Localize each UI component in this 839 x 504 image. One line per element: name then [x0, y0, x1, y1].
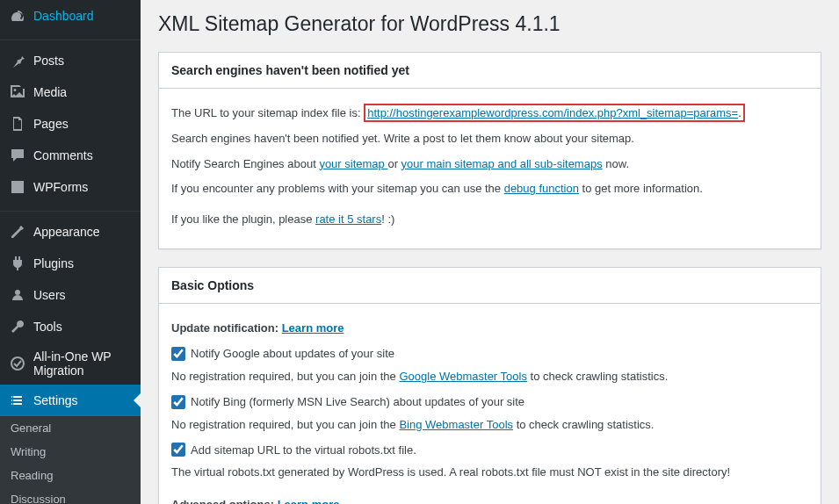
text: now.	[603, 157, 629, 170]
svg-point-0	[11, 357, 24, 370]
notify-google-desc: No registration required, but you can jo…	[171, 368, 808, 386]
notify-google-row: Notify Google about updates of your site	[171, 347, 808, 361]
pin-icon	[9, 52, 26, 69]
notify-sitemap-link[interactable]: your sitemap	[319, 157, 387, 170]
notify-google-label[interactable]: Notify Google about updates of your site	[191, 347, 394, 360]
text: or	[387, 157, 401, 170]
text: Update notification:	[171, 321, 278, 335]
submenu-item-discussion[interactable]: Discussion	[0, 487, 141, 504]
sidebar-item-tools[interactable]: Tools	[0, 311, 141, 342]
sidebar-item-comments[interactable]: Comments	[0, 140, 141, 171]
notice-line-4: If you encounter any problems with your …	[171, 180, 808, 198]
sidebar-item-label: Posts	[33, 54, 64, 68]
text: No registration required, but you can jo…	[171, 418, 399, 431]
text: Advanced options:	[171, 498, 274, 504]
debug-function-link[interactable]: debug function	[504, 182, 579, 195]
basic-options-box: Basic Options Update notification: Learn…	[158, 267, 821, 504]
sidebar-item-plugins[interactable]: Plugins	[0, 248, 141, 279]
settings-submenu: General Writing Reading Discussion	[0, 416, 141, 504]
text: Notify Search Engines about	[171, 157, 319, 170]
basic-options-heading: Basic Options	[159, 268, 821, 304]
sidebar-item-pages[interactable]: Pages	[0, 108, 141, 140]
notify-bing-checkbox[interactable]	[171, 395, 185, 409]
sidebar-item-label: Settings	[33, 393, 78, 407]
text: If you like the plugin, please	[171, 212, 315, 226]
robots-txt-row: Add sitemap URL to the virtual robots.tx…	[171, 443, 808, 457]
sidebar-item-wpforms[interactable]: WPForms	[0, 171, 141, 203]
plugin-icon	[9, 255, 26, 272]
submenu-item-writing[interactable]: Writing	[0, 440, 141, 464]
notify-google-checkbox[interactable]	[171, 347, 185, 361]
sidebar-item-label: Tools	[33, 320, 62, 334]
sidebar-item-appearance[interactable]: Appearance	[0, 216, 141, 248]
sidebar-item-media[interactable]: Media	[0, 76, 141, 108]
sidebar-item-label: Pages	[33, 117, 69, 131]
sitemap-url-line: The URL to your sitemap index file is: h…	[171, 104, 808, 123]
update-notification-row: Update notification: Learn more	[171, 320, 808, 338]
tools-icon	[9, 318, 26, 335]
sidebar-item-dashboard[interactable]: Dashboard	[0, 0, 141, 32]
menu-separator	[0, 36, 141, 40]
notice-box: Search engines haven't been notified yet…	[158, 52, 821, 249]
text: to check crawling statistics.	[513, 418, 654, 431]
text: to get more information.	[579, 182, 703, 195]
sidebar-item-label: Dashboard	[33, 9, 94, 23]
text: No registration required, but you can jo…	[171, 370, 399, 383]
admin-sidebar: Dashboard Posts Media Pages Comments WPF…	[0, 0, 141, 504]
sidebar-item-posts[interactable]: Posts	[0, 45, 141, 76]
wpforms-icon	[9, 178, 26, 196]
notice-line-3: Notify Search Engines about your sitemap…	[171, 155, 808, 174]
page-title: XML Sitemap Generator for WordPress 4.1.…	[158, 12, 821, 36]
sidebar-item-settings[interactable]: Settings	[0, 385, 141, 416]
robots-txt-label[interactable]: Add sitemap URL to the virtual robots.tx…	[191, 443, 416, 457]
media-icon	[9, 83, 26, 101]
sidebar-item-label: Users	[33, 288, 66, 302]
advanced-options-row: Advanced options: Learn more	[171, 496, 808, 504]
comments-icon	[9, 147, 26, 164]
migration-icon	[9, 355, 26, 372]
bing-webmaster-link[interactable]: Bing Webmaster Tools	[399, 418, 513, 431]
sidebar-item-label: All-in-One WP Migration	[33, 349, 134, 378]
users-icon	[9, 286, 26, 304]
menu-separator	[0, 207, 141, 212]
text: The URL to your sitemap index file is:	[171, 106, 364, 119]
sidebar-item-label: WPForms	[33, 180, 88, 194]
sitemap-url-link[interactable]: http://hostingerexamplewordpress.com/ind…	[367, 106, 738, 119]
sidebar-item-label: Media	[33, 85, 67, 99]
submenu-item-general[interactable]: General	[0, 416, 141, 440]
submenu-item-reading[interactable]: Reading	[0, 464, 141, 487]
text: ! :)	[381, 212, 394, 226]
pages-icon	[9, 115, 26, 133]
appearance-icon	[9, 223, 26, 241]
text: If you encounter any problems with your …	[171, 182, 504, 195]
sidebar-item-label: Appearance	[33, 225, 100, 239]
sidebar-item-migration[interactable]: All-in-One WP Migration	[0, 342, 141, 385]
advanced-learn-more-link[interactable]: Learn more	[278, 498, 340, 504]
text: to check crawling statistics.	[527, 370, 668, 383]
notice-heading: Search engines haven't been notified yet	[159, 53, 821, 89]
sidebar-item-users[interactable]: Users	[0, 279, 141, 311]
sidebar-item-label: Plugins	[33, 256, 74, 270]
notify-bing-row: Notify Bing (formerly MSN Live Search) a…	[171, 395, 808, 409]
robots-txt-checkbox[interactable]	[171, 443, 185, 457]
notify-all-sitemaps-link[interactable]: your main sitemap and all sub-sitemaps	[401, 157, 603, 170]
robots-txt-desc: The virtual robots.txt generated by Word…	[171, 464, 808, 482]
main-content: XML Sitemap Generator for WordPress 4.1.…	[141, 0, 839, 504]
rate-plugin-link[interactable]: rate it 5 stars	[315, 212, 381, 226]
sidebar-item-label: Comments	[33, 148, 93, 162]
notice-line-2: Search engines haven't been notified yet…	[171, 130, 808, 148]
sitemap-url-highlight: http://hostingerexamplewordpress.com/ind…	[364, 104, 745, 122]
notify-bing-label[interactable]: Notify Bing (formerly MSN Live Search) a…	[191, 395, 524, 408]
dashboard-icon	[9, 7, 26, 25]
google-webmaster-link[interactable]: Google Webmaster Tools	[399, 370, 526, 383]
settings-icon	[9, 392, 26, 409]
notify-bing-desc: No registration required, but you can jo…	[171, 416, 808, 435]
notice-line-5: If you like the plugin, please rate it 5…	[171, 211, 808, 229]
update-learn-more-link[interactable]: Learn more	[282, 321, 344, 335]
